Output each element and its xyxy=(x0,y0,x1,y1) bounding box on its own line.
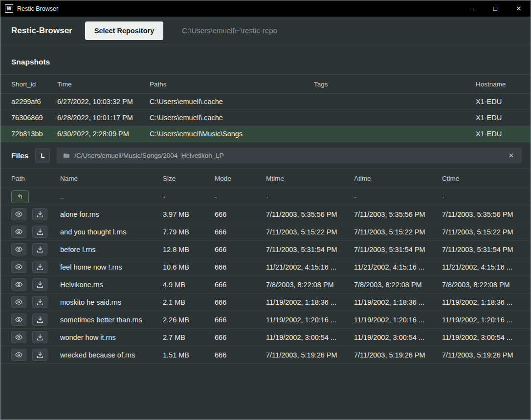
column-ctime: Ctime xyxy=(442,175,520,182)
eye-icon xyxy=(15,351,23,359)
file-row[interactable]: Helvikone.rns 4.9 MB 666 7/8/2003, 8:22:… xyxy=(0,276,531,294)
file-mode: - xyxy=(215,193,266,201)
preview-file-button[interactable] xyxy=(11,331,26,343)
file-mode: 666 xyxy=(215,263,266,271)
file-mode: 666 xyxy=(215,246,266,253)
app-icon: W xyxy=(5,4,13,13)
download-file-button[interactable] xyxy=(32,296,47,308)
file-mode: 666 xyxy=(215,351,266,359)
download-icon xyxy=(36,281,44,289)
file-atime: 7/11/2003, 5:19:26 PM xyxy=(354,351,442,359)
download-file-button[interactable] xyxy=(32,331,47,343)
eye-icon xyxy=(15,245,23,253)
snapshot-hostname: X1-EDU xyxy=(476,130,520,138)
snapshot-row-selected[interactable]: 72b813bb 6/30/2022, 2:28:09 PM C:\Users\… xyxy=(0,126,531,142)
column-atime: Atime xyxy=(354,175,442,182)
snapshot-hostname: X1-EDU xyxy=(476,98,520,105)
column-paths: Paths xyxy=(150,81,314,88)
download-file-button[interactable] xyxy=(32,243,47,255)
file-size: 4.9 MB xyxy=(163,281,215,289)
column-short-id: Short_id xyxy=(11,81,57,88)
file-mtime: 11/21/2002, 4:15:16 ... xyxy=(266,263,354,271)
file-mode: 666 xyxy=(215,281,266,289)
file-row[interactable]: before l.rns 12.8 MB 666 7/11/2003, 5:31… xyxy=(0,241,531,258)
file-size: 12.8 MB xyxy=(163,246,215,253)
preview-file-button[interactable] xyxy=(11,349,26,361)
download-file-button[interactable] xyxy=(32,349,47,361)
parent-directory-row[interactable]: .. - - - - - xyxy=(0,188,531,206)
snapshot-short-id: 72b813bb xyxy=(11,130,57,138)
file-ctime: 11/19/2002, 3:00:54 ... xyxy=(442,334,520,341)
eye-icon xyxy=(15,333,23,341)
preview-file-button[interactable] xyxy=(11,314,26,326)
file-row[interactable]: wrecked because of.rns 1.51 MB 666 7/11/… xyxy=(0,346,531,364)
download-file-button[interactable] xyxy=(32,261,47,273)
eye-icon xyxy=(15,280,23,289)
download-file-button[interactable] xyxy=(32,314,47,326)
file-row[interactable]: wonder how it.rns 2.7 MB 666 11/19/2002,… xyxy=(0,329,531,346)
file-row[interactable]: feel home now !.rns 10.6 MB 666 11/21/20… xyxy=(0,258,531,276)
eye-icon xyxy=(15,298,23,306)
file-name: sometimes better than.rns xyxy=(60,316,163,324)
file-name: before l.rns xyxy=(60,246,163,253)
download-icon xyxy=(36,298,44,306)
snapshot-time: 6/30/2022, 2:28:09 PM xyxy=(57,130,150,138)
file-mtime: 7/11/2003, 5:35:56 PM xyxy=(266,210,354,218)
window-title: Restic Browser xyxy=(17,5,58,12)
file-row[interactable]: and you thought l.rns 7.79 MB 666 7/11/2… xyxy=(0,223,531,241)
file-mode: 666 xyxy=(215,334,266,341)
maximize-button[interactable]: □ xyxy=(484,0,507,17)
file-row[interactable]: moskito he said.rns 2.1 MB 666 11/19/200… xyxy=(0,294,531,311)
file-ctime: 7/11/2003, 5:31:54 PM xyxy=(442,246,520,253)
file-mtime: 11/19/2002, 1:20:16 ... xyxy=(266,316,354,324)
app-window: W Restic Browser – □ ✕ Restic-Browser Se… xyxy=(0,0,531,420)
file-path-bar[interactable]: /C/Users/emuell/Music/Songs/2004_Helveti… xyxy=(57,147,522,164)
repository-path: C:\Users\emuell\~\restic-repo xyxy=(182,26,277,35)
minimize-button[interactable]: – xyxy=(460,0,484,17)
column-mode: Mode xyxy=(215,175,266,182)
file-size: 2.26 MB xyxy=(163,316,215,324)
files-mode-button[interactable]: L xyxy=(35,148,50,163)
close-button[interactable]: ✕ xyxy=(507,0,531,17)
file-ctime: - xyxy=(442,193,520,201)
download-icon xyxy=(36,351,44,359)
preview-file-button[interactable] xyxy=(11,296,26,308)
preview-file-button[interactable] xyxy=(11,226,26,238)
download-icon xyxy=(36,228,44,236)
snapshot-row[interactable]: a2299af6 6/27/2022, 10:03:32 PM C:\Users… xyxy=(0,94,531,110)
file-atime: 11/21/2002, 4:15:16 ... xyxy=(354,263,442,271)
snapshot-paths: C:\Users\emuell\Music\Songs xyxy=(150,130,314,138)
snapshot-time: 6/28/2022, 10:01:17 PM xyxy=(57,114,150,122)
file-mtime: 7/11/2003, 5:19:26 PM xyxy=(266,351,354,359)
file-mode: 666 xyxy=(215,316,266,324)
file-size: 10.6 MB xyxy=(163,263,215,271)
file-mode: 666 xyxy=(215,210,266,218)
snapshots-title: Snapshots xyxy=(0,45,531,74)
file-ctime: 7/11/2003, 5:35:56 PM xyxy=(442,210,520,218)
download-file-button[interactable] xyxy=(32,226,47,238)
clear-path-button[interactable]: ✕ xyxy=(507,151,516,160)
file-name: alone for.rns xyxy=(60,210,163,218)
column-hostname: Hostname xyxy=(476,81,520,88)
preview-file-button[interactable] xyxy=(11,278,26,291)
download-file-button[interactable] xyxy=(32,208,47,220)
snapshot-short-id: a2299af6 xyxy=(11,98,57,105)
snapshots-header-row: Short_id Time Paths Tags Hostname xyxy=(0,74,531,94)
go-up-directory-button[interactable] xyxy=(11,190,29,203)
file-atime: 11/19/2002, 1:18:36 ... xyxy=(354,298,442,306)
file-atime: - xyxy=(354,193,442,201)
file-row[interactable]: alone for.rns 3.97 MB 666 7/11/2003, 5:3… xyxy=(0,206,531,223)
file-mtime: 7/11/2003, 5:15:22 PM xyxy=(266,228,354,236)
select-repository-button[interactable]: Select Repository xyxy=(85,21,164,40)
file-name: .. xyxy=(60,193,163,201)
column-tags: Tags xyxy=(314,81,476,88)
file-mode: 666 xyxy=(215,228,266,236)
preview-file-button[interactable] xyxy=(11,208,26,220)
preview-file-button[interactable] xyxy=(11,243,26,255)
file-name: feel home now !.rns xyxy=(60,263,163,271)
snapshot-row[interactable]: 76306869 6/28/2022, 10:01:17 PM C:\Users… xyxy=(0,110,531,126)
preview-file-button[interactable] xyxy=(11,261,26,273)
file-atime: 7/11/2003, 5:35:56 PM xyxy=(354,210,442,218)
file-row[interactable]: sometimes better than.rns 2.26 MB 666 11… xyxy=(0,311,531,329)
download-file-button[interactable] xyxy=(32,278,47,291)
